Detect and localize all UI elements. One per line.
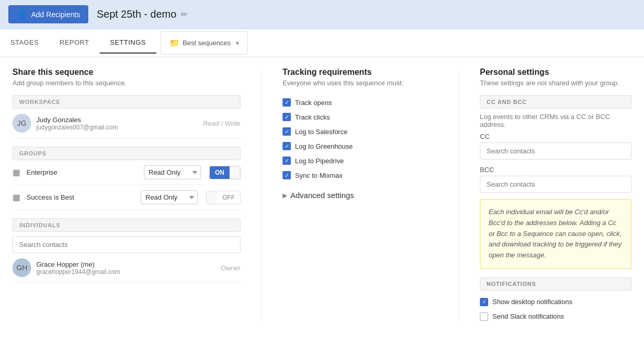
sync-mixmax-checkbox[interactable] [283,171,291,179]
individuals-section: INDIVIDUALS GH Grace Hopper (me) graceho… [12,218,240,283]
tracking-column: Tracking requirements Everyone who uses … [262,68,459,324]
log-greenhouse-checkbox[interactable] [283,142,291,150]
groups-section: GROUPS ▦ Enterprise Read Only Read / Wri… [12,147,240,210]
best-sequences-label: Best sequences [183,39,231,47]
judy-avatar: JG [12,114,31,133]
personal-subtitle: These settings are not shared with your … [480,79,632,87]
slack-notifications-checkbox[interactable] [480,312,488,321]
success-toggle[interactable]: OFF [206,191,240,204]
grace-email: gracehopper1944@gmail.com [36,268,221,276]
tab-settings[interactable]: SETTINGS [100,32,156,54]
success-name: Success is Best [26,193,137,201]
bcc-field-label: BCC [480,166,632,174]
share-column: Share this sequence Add group members to… [12,68,262,324]
folder-icon: 📁 [169,38,180,48]
enterprise-group-icon: ▦ [12,167,20,177]
tab-stages[interactable]: STAGES [0,32,49,54]
person-add-icon: 👤 [17,9,27,19]
desktop-notifications-label: Show desktop notifications [492,298,572,306]
track-opens-row: Track opens [283,95,438,110]
judy-info: Judy Gonzales judygonzales007@gmail.com [36,116,203,131]
judy-role: Read / Write [203,120,240,127]
tracking-subtitle: Everyone who uses this sequence must: [283,79,438,87]
chevron-down-icon: ▾ [236,40,239,47]
log-pipedrive-label: Log to Pipedrive [295,157,344,165]
slack-notifications-label: Send Slack notifications [492,312,564,320]
add-recipients-button[interactable]: 👤 Add Recipients [8,5,88,23]
share-subtitle: Add group members to this sequence. [12,79,240,87]
log-salesforce-checkbox[interactable] [283,127,291,136]
track-opens-checkbox[interactable] [283,98,291,107]
cc-bcc-label: CC AND BCC [480,95,632,109]
notifications-label: NOTIFICATIONS [480,277,632,291]
track-clicks-checkbox[interactable] [283,113,291,121]
share-title: Share this sequence [12,68,240,77]
main-content: Share this sequence Add group members to… [0,57,644,334]
grace-avatar: GH [12,258,31,277]
success-group-row: ▦ Success is Best Read Only Read / Write… [12,185,240,210]
success-toggle-on[interactable] [207,191,217,204]
cc-bcc-desc: Log events to other CRMs via a CC or BCC… [480,113,632,128]
individuals-search-input[interactable] [12,236,240,253]
enterprise-toggle-off[interactable] [230,166,240,179]
cc-field-label: CC [480,133,632,140]
tab-report[interactable]: REPORT [49,32,100,54]
success-permission-select[interactable]: Read Only Read / Write [141,190,198,204]
tracking-title: Tracking requirements [283,68,438,77]
sync-mixmax-label: Sync to Mixmax [295,172,343,179]
tab-bar: STAGES REPORT SETTINGS 📁 Best sequences … [0,29,644,57]
desktop-notifications-checkbox[interactable] [480,298,488,306]
enterprise-permission-select[interactable]: Read Only Read / Write [144,165,201,179]
edit-icon[interactable]: ✏ [181,9,187,19]
grace-role: Owner [221,264,240,272]
bcc-search-input[interactable] [480,176,632,193]
cc-bcc-section: CC AND BCC Log events to other CRMs via … [480,95,632,269]
log-salesforce-row: Log to Salesforce [283,124,438,139]
enterprise-toggle[interactable]: ON [209,166,240,179]
log-pipedrive-checkbox[interactable] [283,156,291,165]
cc-bcc-warning: Each individual email will be Cc'd and/o… [480,199,632,269]
log-salesforce-label: Log to Salesforce [295,128,347,136]
grace-user-row: GH Grace Hopper (me) gracehopper1944@gma… [12,253,240,283]
log-pipedrive-row: Log to Pipedrive [283,153,438,168]
sync-mixmax-row: Sync to Mixmax [283,168,438,182]
workspace-label: WORKSPACE [12,95,240,109]
slack-notifications-row: Send Slack notifications [480,309,632,324]
personal-column: Personal settings These settings are not… [459,68,632,324]
workspace-user-row: JG Judy Gonzales judygonzales007@gmail.c… [12,109,240,138]
add-recipients-label: Add Recipients [31,10,80,19]
advanced-settings-row[interactable]: ▶ Advanced settings [283,191,438,200]
log-greenhouse-row: Log to Greenhouse [283,139,438,153]
workspace-section: WORKSPACE JG Judy Gonzales judygonzales0… [12,95,240,138]
success-toggle-off[interactable]: OFF [217,191,240,204]
log-greenhouse-label: Log to Greenhouse [295,142,353,150]
judy-name: Judy Gonzales [36,116,203,124]
individuals-label: INDIVIDUALS [12,218,240,232]
grace-name: Grace Hopper (me) [36,260,221,268]
groups-label: GROUPS [12,147,240,160]
sequence-title-area: Sept 25th - demo ✏ [97,8,187,20]
grace-info: Grace Hopper (me) gracehopper1944@gmail.… [36,260,221,276]
tracking-items: Track opens Track clicks Log to Salesfor… [283,95,438,182]
advanced-settings-label: Advanced settings [290,191,354,200]
notifications-section: NOTIFICATIONS Show desktop notifications… [480,277,632,324]
track-clicks-row: Track clicks [283,110,438,124]
tab-best-sequences[interactable]: 📁 Best sequences ▾ [160,31,248,55]
personal-title: Personal settings [480,68,632,77]
cc-search-input[interactable] [480,142,632,160]
track-opens-label: Track opens [295,99,332,107]
enterprise-group-row: ▦ Enterprise Read Only Read / Write ON [12,160,240,185]
arrow-right-icon: ▶ [283,192,287,199]
enterprise-toggle-on[interactable]: ON [210,166,230,179]
desktop-notifications-row: Show desktop notifications [480,295,632,309]
sequence-title-text: Sept 25th - demo [97,8,176,20]
top-header: 👤 Add Recipients Sept 25th - demo ✏ [0,0,644,29]
judy-email: judygonzales007@gmail.com [36,124,203,131]
enterprise-name: Enterprise [26,168,140,176]
success-group-icon: ▦ [12,192,20,202]
track-clicks-label: Track clicks [295,113,330,121]
